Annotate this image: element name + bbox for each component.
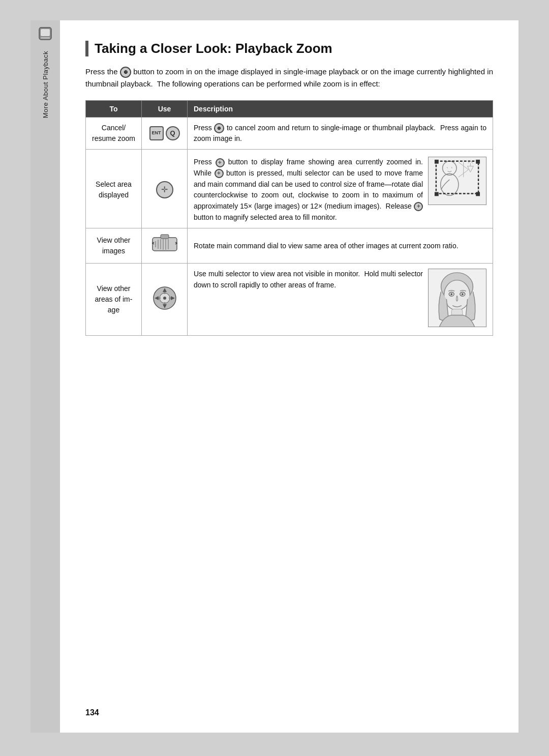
svg-rect-15	[161, 235, 169, 239]
svg-point-30	[164, 302, 166, 304]
frame-illustration	[428, 157, 486, 208]
svg-rect-1	[41, 29, 50, 36]
enter-button-icon: ENT	[149, 126, 164, 140]
row1-to: Cancel/resume zoom	[86, 118, 142, 150]
svg-point-32	[169, 297, 171, 299]
svg-rect-2	[41, 37, 50, 39]
row2-desc: Press ✛ button to display frame showing …	[188, 150, 493, 228]
svg-point-38	[462, 294, 464, 296]
col-header-use: Use	[142, 101, 188, 118]
svg-point-31	[159, 297, 161, 299]
row1-desc: Press ⊕ to cancel zoom and return to sin…	[188, 118, 493, 150]
row3-use	[142, 228, 188, 264]
cross-selector-icon: ✛	[156, 181, 173, 198]
playback-icon	[37, 25, 53, 42]
row4-to: View otherareas of im-age	[86, 264, 142, 336]
row2-use: ✛	[142, 150, 188, 228]
table-row: Select areadisplayed ✛ Press ✛ button to…	[86, 150, 493, 228]
svg-line-5	[447, 167, 447, 168]
table-row: Cancel/resume zoom ENT Q Press ⊕ to canc…	[86, 118, 493, 150]
svg-point-3	[443, 161, 456, 175]
zoom-table: To Use Description Cancel/resume zoom EN…	[85, 100, 493, 336]
intro-paragraph: Press the ⊕ button to zoom in on the ima…	[85, 66, 493, 90]
row4-desc: Use multi selector to view area not visi…	[188, 264, 493, 336]
sidebar-label: More About Playback	[42, 51, 49, 118]
row1-use: ENT Q	[142, 118, 188, 150]
svg-line-6	[451, 167, 452, 168]
svg-rect-11	[435, 192, 439, 196]
svg-point-29	[164, 292, 166, 294]
row2-to: Select areadisplayed	[86, 150, 142, 228]
col-header-desc: Description	[188, 101, 493, 118]
main-content: Taking a Closer Look: Playback Zoom Pres…	[60, 20, 518, 733]
sidebar: More About Playback	[30, 20, 60, 733]
table-row: View otherimages	[86, 228, 493, 264]
page-number: 134	[85, 708, 99, 717]
svg-rect-14	[152, 238, 177, 251]
zoom-button-icon: Q	[166, 126, 180, 140]
svg-rect-12	[476, 192, 480, 196]
svg-point-36	[450, 294, 452, 296]
svg-point-4	[441, 174, 459, 196]
multi-selector-icon	[151, 305, 178, 313]
table-row: View otherareas of im-age	[86, 264, 493, 336]
portrait-illustration	[428, 269, 486, 330]
page-title: Taking a Closer Look: Playback Zoom	[85, 41, 493, 56]
col-header-to: To	[86, 101, 142, 118]
command-dial-icon	[151, 248, 178, 256]
svg-point-24	[163, 297, 166, 300]
svg-rect-10	[476, 160, 480, 164]
svg-rect-9	[435, 160, 439, 164]
row3-desc: Rotate main command dial to view same ar…	[188, 228, 493, 264]
row4-use	[142, 264, 188, 336]
row3-to: View otherimages	[86, 228, 142, 264]
